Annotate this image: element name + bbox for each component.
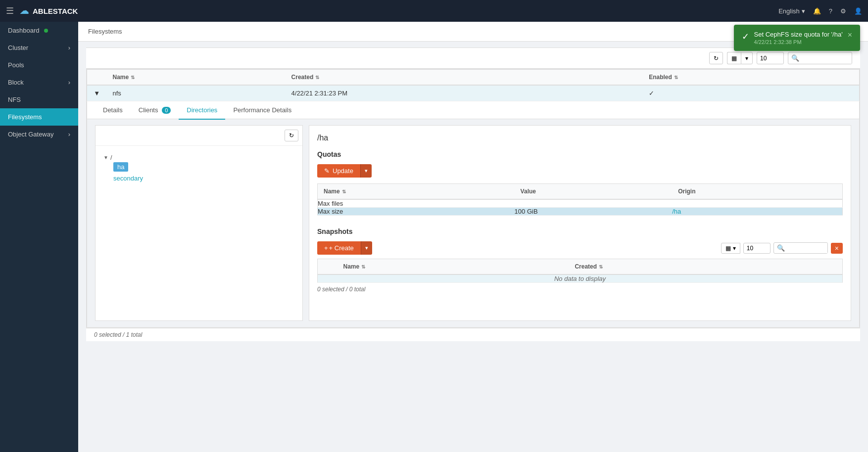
snap-grid-group: ▦ ▾: [721, 243, 740, 254]
sidebar-item-object-gateway[interactable]: Object Gateway ›: [0, 126, 78, 143]
check-icon: ✓: [649, 90, 654, 97]
tree-expand-icon[interactable]: ▼: [103, 155, 108, 160]
snap-no-data-cell: No data to display: [318, 274, 843, 283]
quota-name-maxfiles: Max files: [318, 199, 515, 208]
snap-created-header[interactable]: Created ⇅: [569, 259, 842, 275]
right-detail-panel: /ha Quotas ✎ Update: [309, 125, 851, 321]
snap-search-input[interactable]: [788, 243, 827, 253]
clients-badge: 0: [162, 107, 171, 114]
quotas-origin-header: Origin: [672, 184, 842, 200]
detail-tabs: Details Clients 0 Directories: [87, 101, 859, 119]
snap-search-bar: 🔍: [773, 242, 828, 254]
sidebar-item-dashboard[interactable]: Dashboard: [0, 22, 78, 39]
sort-icon: ⇅: [599, 264, 603, 270]
create-button[interactable]: + + Create: [317, 241, 361, 255]
sidebar-item-pools[interactable]: Pools: [0, 56, 78, 74]
sidebar-item-label: Cluster: [8, 44, 28, 51]
tab-clients[interactable]: Clients 0: [131, 101, 179, 120]
grid-caret-button[interactable]: ▾: [741, 52, 753, 64]
refresh-button[interactable]: ↻: [709, 52, 723, 64]
sidebar-item-label: Dashboard: [8, 27, 48, 34]
quotas-section: Quotas ✎ Update ▾: [317, 150, 843, 216]
toast-content: Set CephFS size quota for '/ha' 4/22/21 …: [754, 31, 843, 45]
snap-close-button[interactable]: ×: [831, 243, 843, 254]
snap-name-header[interactable]: Name ⇅: [338, 259, 569, 275]
sidebar-item-cluster[interactable]: Cluster ›: [0, 39, 78, 56]
main-content: Filesystems ↻ ▦ ▾ 🔍: [78, 22, 868, 452]
toast-notification: ✓ Set CephFS size quota for '/ha' 4/22/2…: [734, 25, 860, 51]
create-btn-group: + + Create ▾: [317, 241, 372, 255]
grid-view-group: ▦ ▾: [727, 52, 753, 64]
user-icon[interactable]: 👤: [854, 7, 862, 15]
navbar-right: English ▾ 🔔 ? ⚙ 👤: [778, 7, 862, 15]
quota-value-maxsize: 100 GiB: [515, 208, 673, 216]
pencil-icon: ✎: [324, 167, 330, 175]
quotas-table: Name ⇅ Value Origin: [317, 183, 843, 216]
snapshots-section: Snapshots + + Create: [317, 227, 843, 296]
name-column-header[interactable]: Name ⇅: [107, 70, 286, 86]
create-caret-button[interactable]: ▾: [361, 241, 372, 255]
tree-child-ha[interactable]: ha: [113, 161, 294, 173]
dir-refresh-button[interactable]: ↻: [285, 130, 298, 141]
quotas-title: Quotas: [317, 150, 843, 158]
enabled-cell: ✓: [643, 85, 859, 101]
sort-icon: ⇅: [361, 264, 365, 270]
navbar-left: ☰ ☁ ABLESTACK: [6, 5, 78, 16]
directory-tree-panel: ↻ ▼ /: [95, 125, 303, 321]
tab-directories[interactable]: Directories: [179, 101, 225, 120]
sidebar-item-block[interactable]: Block ›: [0, 74, 78, 91]
filesystems-table: Name ⇅ Created ⇅ Enabled: [86, 69, 860, 328]
tree-child-secondary[interactable]: secondary: [113, 173, 294, 184]
toast-title: Set CephFS size quota for '/ha': [754, 31, 843, 38]
toast-check-icon: ✓: [742, 31, 749, 42]
search-input[interactable]: [802, 53, 852, 64]
quota-value-maxfiles: [515, 199, 673, 208]
tree-child-label-ha: ha: [113, 162, 128, 172]
snapshots-title: Snapshots: [317, 227, 843, 235]
quota-origin-maxsize: /ha: [672, 208, 842, 216]
expand-column: [87, 70, 107, 86]
plus-icon: +: [324, 244, 328, 252]
status-bar: 0 selected / 1 total: [86, 328, 860, 341]
snap-checkbox-col: [318, 259, 338, 275]
table-row[interactable]: ▼ nfs 4/22/21 2:31:23 PM ✓: [87, 85, 860, 101]
created-column-header[interactable]: Created ⇅: [286, 70, 643, 86]
snap-count-input[interactable]: [743, 243, 771, 254]
page-count-input[interactable]: [757, 52, 784, 64]
sidebar-item-nfs[interactable]: NFS: [0, 91, 78, 108]
toast-time: 4/22/21 2:32:38 PM: [754, 39, 843, 45]
update-caret-button[interactable]: ▾: [360, 164, 372, 178]
tree-children: ha secondary: [113, 161, 294, 184]
expand-cell[interactable]: ▼: [87, 85, 107, 101]
chevron-right-icon: ›: [68, 44, 70, 51]
quotas-name-header: Name ⇅: [318, 184, 515, 200]
enabled-column-header[interactable]: Enabled ⇅: [643, 70, 859, 86]
chevron-right-icon: ›: [68, 131, 70, 138]
tree-root-node: ▼ / ha: [103, 154, 294, 184]
sidebar-item-label: Filesystems: [8, 113, 42, 121]
search-icon: 🔍: [788, 52, 802, 64]
settings-icon[interactable]: ⚙: [840, 7, 846, 15]
sidebar-item-filesystems[interactable]: Filesystems: [0, 108, 78, 126]
tree-root-label: /: [110, 154, 112, 161]
sidebar-item-label: NFS: [8, 96, 21, 103]
snap-grid-button[interactable]: ▦ ▾: [721, 243, 740, 254]
expand-triangle-icon[interactable]: ▼: [94, 90, 100, 97]
tab-details[interactable]: Details: [95, 101, 131, 120]
cloud-icon: ☁: [20, 5, 29, 16]
layout: Dashboard Cluster › Pools Block › NFS Fi…: [0, 22, 868, 452]
snap-status: 0 selected / 0 total: [317, 283, 843, 296]
help-icon[interactable]: ?: [829, 7, 832, 15]
panels-row: ↻ ▼ /: [87, 119, 859, 327]
language-selector[interactable]: English ▾: [778, 7, 805, 15]
hamburger-menu[interactable]: ☰: [6, 5, 14, 16]
sidebar: Dashboard Cluster › Pools Block › NFS Fi…: [0, 22, 78, 452]
tab-performance[interactable]: Performance Details: [225, 101, 299, 120]
grid-view-button[interactable]: ▦: [727, 52, 741, 64]
update-button[interactable]: ✎ Update: [317, 164, 360, 178]
toast-close-button[interactable]: ×: [848, 31, 852, 40]
snapshots-toolbar-right: ▦ ▾ 🔍 ×: [721, 242, 843, 254]
quota-name-maxsize: Max size: [318, 208, 515, 216]
notifications-icon[interactable]: 🔔: [813, 7, 821, 15]
tree-root-row[interactable]: ▼ /: [103, 154, 294, 161]
